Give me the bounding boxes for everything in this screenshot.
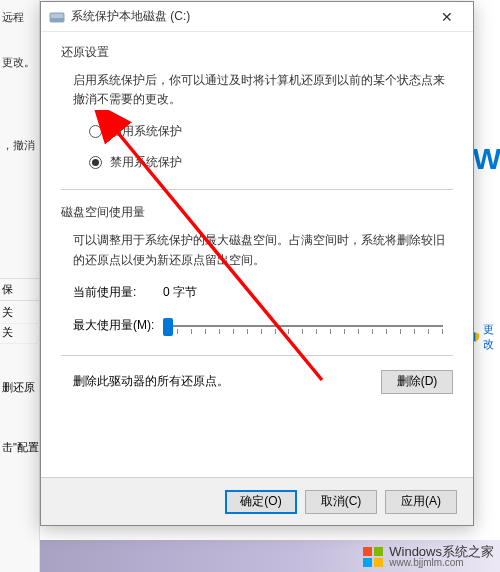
restore-settings-description: 启用系统保护后，你可以通过及时将计算机还原到以前的某个状态点来撤消不需要的更改。 — [73, 71, 453, 109]
background-window-right: OW 更改 — [470, 0, 500, 572]
bg-text: 关 — [0, 322, 40, 344]
svg-point-2 — [61, 19, 63, 21]
bg-text: ，撤消 — [0, 134, 39, 157]
dialog-footer: 确定(O) 取消(C) 应用(A) — [41, 477, 473, 525]
bg-text: 远程 — [0, 6, 39, 29]
watermark: Windows系统之家 www.bjjmlm.com — [362, 545, 494, 568]
radio-enable-protection[interactable]: 启用系统保护 — [89, 123, 453, 140]
delete-button[interactable]: 删除(D) — [381, 370, 453, 394]
svg-rect-6 — [374, 547, 383, 556]
ok-button[interactable]: 确定(O) — [225, 490, 297, 514]
svg-rect-7 — [363, 558, 372, 567]
disk-usage-heading: 磁盘空间使用量 — [61, 204, 453, 221]
slider-thumb[interactable] — [163, 318, 173, 336]
divider — [61, 355, 453, 356]
max-usage-row: 最大使用量(M): — [73, 315, 453, 337]
bg-link-text: 更改 — [483, 322, 500, 352]
current-usage-label: 当前使用量: — [73, 284, 163, 301]
radio-disable-protection[interactable]: 禁用系统保护 — [89, 154, 453, 171]
restore-settings-heading: 还原设置 — [61, 44, 453, 61]
radio-disable-label: 禁用系统保护 — [110, 154, 182, 171]
bg-text: 保 — [0, 278, 40, 301]
bg-text: 击"配置 — [0, 438, 41, 457]
svg-rect-5 — [363, 547, 372, 556]
bg-text: 更改。 — [0, 51, 39, 74]
disk-usage-description: 可以调整用于系统保护的最大磁盘空间。占满空间时，系统将删除较旧的还原点以便为新还… — [73, 231, 453, 269]
close-button[interactable]: ✕ — [427, 3, 467, 31]
bg-shield-link[interactable]: 更改 — [470, 322, 500, 352]
divider — [61, 189, 453, 190]
radio-icon — [89, 156, 102, 169]
dialog-title: 系统保护本地磁盘 (C:) — [71, 8, 427, 25]
bg-text: 关 — [0, 302, 40, 324]
current-usage-row: 当前使用量: 0 字节 — [73, 284, 453, 301]
close-icon: ✕ — [441, 9, 453, 25]
watermark-url: www.bjjmlm.com — [389, 558, 494, 568]
cancel-button[interactable]: 取消(C) — [305, 490, 377, 514]
drive-icon — [49, 9, 65, 25]
radio-icon — [89, 125, 102, 138]
bg-text: 删还原 — [0, 378, 37, 397]
windows-logo-icon — [362, 546, 384, 568]
max-usage-slider[interactable] — [163, 315, 443, 337]
radio-enable-label: 启用系统保护 — [110, 123, 182, 140]
max-usage-label: 最大使用量(M): — [73, 317, 163, 334]
apply-button[interactable]: 应用(A) — [385, 490, 457, 514]
current-usage-value: 0 字节 — [163, 284, 197, 301]
system-protection-dialog: 系统保护本地磁盘 (C:) ✕ 还原设置 启用系统保护后，你可以通过及时将计算机… — [40, 1, 474, 526]
svg-rect-8 — [374, 558, 383, 567]
delete-description: 删除此驱动器的所有还原点。 — [73, 373, 229, 390]
dialog-content: 还原设置 启用系统保护后，你可以通过及时将计算机还原到以前的某个状态点来撤消不需… — [41, 32, 473, 477]
titlebar: 系统保护本地磁盘 (C:) ✕ — [41, 2, 473, 32]
delete-restore-points-row: 删除此驱动器的所有还原点。 删除(D) — [73, 370, 453, 394]
protection-radio-group: 启用系统保护 禁用系统保护 — [89, 123, 453, 171]
